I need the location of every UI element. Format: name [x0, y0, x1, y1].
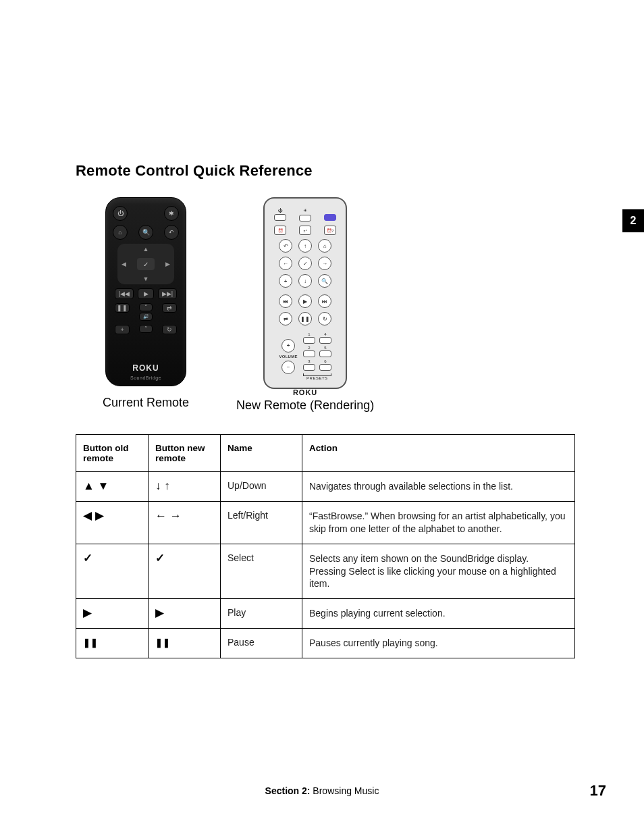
old-select-icon: ✓ [83, 552, 92, 565]
prev-track-icon: ⏮ [279, 294, 292, 308]
page-footer: Section 2: Browsing Music 17 [0, 785, 644, 796]
new-pause-icon: ❚❚ [155, 637, 170, 648]
brightness-icon: ✱ [164, 206, 179, 221]
prev-track-icon: |◀◀ [115, 288, 134, 299]
play-icon: ▶ [298, 294, 312, 308]
sleep-icon: zᶻ [299, 226, 311, 235]
preset-1-icon [303, 337, 315, 344]
new-play-icon: ▶ [155, 606, 164, 619]
repeat-icon: ↻ [318, 312, 331, 325]
add-icon: + [115, 325, 130, 334]
home-icon: ⌂ [113, 225, 128, 240]
repeat-icon: ↻ [162, 325, 177, 334]
alarm-icon: ⏰ [274, 226, 286, 235]
brightness-icon: ☀ [303, 208, 307, 213]
vol-down-icon: ˅ [139, 325, 153, 333]
row-action: “FastBrowse.” When browsing for an artis… [302, 501, 575, 544]
table-row: ▲ ▼ ↓ ↑ Up/Down Navigates through availa… [76, 472, 575, 502]
preset-4-icon [319, 337, 331, 344]
pause-icon: ❚❚ [298, 312, 312, 325]
up-triangle-icon: ▲ [143, 246, 149, 253]
row-action: Selects any item shown on the SoundBridg… [302, 544, 575, 599]
snooze-icon: ⏰? [324, 226, 336, 235]
vol-up-icon: ˄ [139, 303, 153, 311]
new-leftright-icon: ← → [155, 509, 182, 522]
row-name: Select [221, 544, 302, 599]
section-tab: 2 [622, 209, 644, 232]
add-icon: + [279, 274, 292, 288]
right-triangle-icon: ▶ [165, 261, 170, 267]
footer-section-label: Section 2: [265, 785, 311, 796]
play-icon: ▶ [138, 288, 154, 299]
row-action: Navigates through available selections i… [302, 472, 575, 502]
select-icon: ✓ [298, 257, 312, 270]
row-action: Begins playing current selection. [302, 599, 575, 629]
left-triangle-icon: ◀ [122, 261, 126, 267]
vol-up-icon: + [281, 339, 295, 353]
preset-3-icon [303, 364, 315, 371]
vol-down-icon: − [281, 361, 295, 374]
brand-sublogo: SoundBridge [130, 375, 161, 380]
current-remote-image: ⏻ ✱ ⌂ 🔍 ↶ ▲ ▼ ◀ ▶ ✓ [105, 197, 186, 386]
exit-icon: ↶ [164, 225, 179, 240]
remotes-figure: ⏻ ✱ ⌂ 🔍 ↶ ▲ ▼ ◀ ▶ ✓ [103, 197, 603, 413]
source-pill-icon [324, 214, 336, 221]
new-remote-caption: New Remote (Rendering) [236, 398, 374, 413]
next-track-icon: ⏭ [318, 294, 331, 308]
preset-6-icon [319, 364, 331, 371]
back-icon: ↶ [279, 239, 292, 253]
table-row: ✓ ✓ Select Selects any item shown on the… [76, 544, 575, 599]
row-name: Left/Right [221, 501, 302, 544]
row-name: Pause [221, 629, 302, 658]
row-name: Play [221, 599, 302, 629]
old-updown-icon: ▲ ▼ [83, 479, 109, 492]
presets-label: PRESETS [306, 376, 328, 380]
pause-icon: ❚❚ [115, 303, 130, 313]
left-arrow-icon: ← [279, 257, 292, 270]
shuffle-icon: ⇄ [279, 312, 292, 325]
table-row: ▶ ▶ Play Begins playing current selectio… [76, 599, 575, 629]
dpad-icon: ▲ ▼ ◀ ▶ ✓ [117, 244, 174, 284]
preset-2-icon [303, 350, 315, 357]
home-icon: ⌂ [318, 239, 331, 253]
th-old: Button old remote [76, 435, 149, 472]
new-remote-image: ⏻ ☀ . ⏰ zᶻ ⏰? ↶ ↑ ⌂ ← [263, 197, 347, 389]
new-updown-icon: ↓ ↑ [155, 479, 170, 492]
select-icon: ✓ [137, 258, 155, 270]
power-icon: ⏻ [278, 208, 283, 213]
new-remote-block: ⏻ ☀ . ⏰ zᶻ ⏰? ↶ ↑ ⌂ ← [236, 197, 374, 413]
old-leftright-icon: ◀ ▶ [83, 509, 104, 522]
reference-table: Button old remote Button new remote Name… [76, 434, 575, 658]
search-icon: 🔍 [138, 225, 153, 240]
old-pause-icon: ❚❚ [83, 637, 98, 648]
down-triangle-icon: ▼ [143, 276, 149, 282]
current-remote-caption: Current Remote [103, 396, 189, 410]
row-name: Up/Down [221, 472, 302, 502]
page-heading: Remote Control Quick Reference [76, 162, 603, 180]
table-row: ◀ ▶ ← → Left/Right “FastBrowse.” When br… [76, 501, 575, 544]
down-arrow-icon: ↓ [298, 274, 312, 288]
next-track-icon: ▶▶| [158, 288, 177, 299]
brand-logo: ROKU [293, 388, 317, 396]
right-arrow-icon: → [318, 257, 331, 270]
th-action: Action [302, 435, 575, 472]
sound-icon: 🔊 [139, 313, 153, 321]
new-select-icon: ✓ [155, 552, 165, 565]
row-action: Pauses currently playing song. [302, 629, 575, 658]
up-arrow-icon: ↑ [298, 239, 312, 253]
preset-5-icon [319, 350, 331, 357]
th-new: Button new remote [149, 435, 221, 472]
brand-logo: ROKU [132, 363, 159, 373]
old-play-icon: ▶ [83, 606, 92, 619]
th-name: Name [221, 435, 302, 472]
volume-label: VOLUME [279, 355, 297, 359]
shuffle-icon: ⇄ [162, 303, 177, 313]
table-row: ❚❚ ❚❚ Pause Pauses currently playing son… [76, 629, 575, 658]
power-icon: ⏻ [113, 206, 128, 221]
search-icon: 🔍 [318, 274, 331, 288]
current-remote-block: ⏻ ✱ ⌂ 🔍 ↶ ▲ ▼ ◀ ▶ ✓ [103, 197, 189, 413]
footer-section-title: Browsing Music [310, 785, 379, 796]
page-number: 17 [590, 782, 606, 800]
